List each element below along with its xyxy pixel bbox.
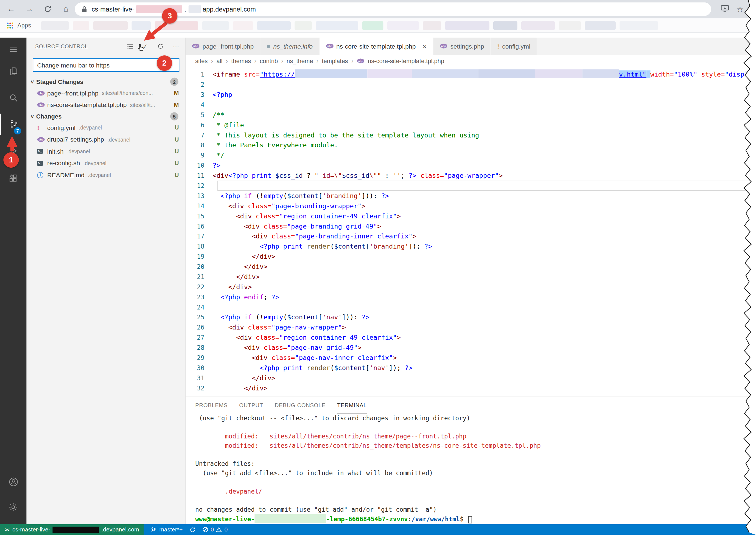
forward-button[interactable]: → [22,2,37,16]
code-line[interactable]: 19 </div> [186,252,756,262]
breadcrumb-item[interactable]: sites [195,58,208,65]
breadcrumb-item[interactable]: templates [322,58,348,65]
panel-tab-problems[interactable]: PROBLEMS [195,397,228,413]
scm-file-item[interactable]: phppage--front.tpl.phpsites/all/themes/c… [27,87,185,99]
panel-tab-output[interactable]: OUTPUT [239,397,263,413]
code-line[interactable]: 20 </div> [186,262,756,272]
commit-check-icon[interactable]: ✓ [141,42,150,51]
panel-tab-terminal[interactable]: TERMINAL [337,397,367,413]
code-editor[interactable]: 1<iframe src="https://v.html" width="100… [186,67,756,396]
sync-indicator[interactable] [189,526,196,533]
redacted-bookmark[interactable] [73,21,89,30]
account-icon[interactable] [0,471,27,493]
editor-tab[interactable]: !config.yml [491,38,537,55]
search-icon[interactable] [0,87,27,108]
problems-indicator[interactable]: 0 0 [202,526,228,533]
code-line[interactable]: 16 <div class="page-branding grid-49"> [186,221,756,231]
redacted-bookmark[interactable] [422,21,441,30]
panel-tab-debug-console[interactable]: DEBUG CONSOLE [275,397,326,413]
redacted-bookmark[interactable] [131,21,151,30]
code-line[interactable]: 14 <div class="page-branding-wrapper"> [186,201,756,211]
code-line[interactable]: 12 [186,181,756,191]
redacted-bookmark[interactable] [619,21,658,30]
scm-file-item[interactable]: iREADME.md.devpanelU [27,169,185,181]
redacted-bookmark[interactable] [559,21,581,30]
more-actions-icon[interactable]: ··· [172,42,180,51]
code-line[interactable]: 7 * This layout is designed to be the si… [186,130,756,140]
code-line[interactable]: 6 * @file [186,120,756,130]
terminal[interactable]: (use "git checkout -- <file>..." to disc… [186,413,756,523]
extensions-icon[interactable] [0,168,27,189]
breadcrumb-item[interactable]: contrib [260,58,278,65]
code-line[interactable]: 29 <div class="page-nav-inner clearfix"> [186,353,756,363]
redacted-bookmark[interactable] [362,21,383,30]
breadcrumb-item[interactable]: all [216,58,222,65]
code-line[interactable]: 9 */ [186,150,756,160]
redacted-bookmark[interactable] [202,21,229,30]
view-as-tree-icon[interactable] [126,42,134,51]
back-button[interactable]: ← [4,2,18,16]
redacted-bookmark[interactable] [41,21,69,30]
menu-icon[interactable] [0,39,27,60]
explorer-icon[interactable] [0,61,27,82]
settings-gear-icon[interactable] [0,496,27,518]
scm-section-header[interactable]: ˅Staged Changes2 [27,76,185,87]
editor-tab[interactable]: phppage--front.tpl.php [186,38,260,55]
code-line[interactable]: 24 [186,302,756,312]
redacted-bookmark[interactable] [387,21,419,30]
code-line[interactable]: 4 [186,100,756,110]
code-line[interactable]: 13 <?php if (!empty($content['branding']… [186,191,756,201]
editor-tab[interactable]: phpns-core-site-template.tpl.php× [320,38,433,55]
redacted-bookmark[interactable] [155,21,198,30]
redacted-bookmark[interactable] [93,21,127,30]
redacted-bookmark[interactable] [233,21,253,30]
breadcrumb-item[interactable]: ns-core-site-template.tpl.php [368,58,444,65]
code-line[interactable]: 10?> [186,160,756,171]
scm-file-item[interactable]: >_init.sh.devpanelU [27,145,185,157]
source-control-icon[interactable] [0,114,27,135]
code-line[interactable]: 23 <?php endif; ?> [186,292,756,302]
code-line[interactable]: 32 </div> [186,383,756,393]
apps-button[interactable]: Apps [7,22,31,29]
code-line[interactable]: 30 <?php print render($content['nav']); … [186,363,756,373]
code-line[interactable]: 28 <div class="page-nav grid-49"> [186,343,756,353]
code-line[interactable]: 18 <?php print render($content['branding… [186,241,756,252]
code-line[interactable]: 21 </div> [186,272,756,282]
code-line[interactable]: 27 <div class="region container-49 clear… [186,332,756,343]
redacted-bookmark[interactable] [493,21,517,30]
scm-section-header[interactable]: ˅Changes5 [27,111,185,122]
remote-indicator[interactable]: >< cs-master-live- .devpanel.com [0,524,144,535]
editor-tab[interactable]: ≡ns_theme.info [260,38,320,55]
home-button[interactable]: ⌂ [59,2,73,16]
close-tab-icon[interactable]: × [422,42,426,50]
code-line[interactable]: 17 <div class="page-branding-inner clear… [186,231,756,241]
scm-file-item[interactable]: phpns-core-site-template.tpl.phpsites/al… [27,99,185,111]
code-line[interactable]: 15 <div class="region container-49 clear… [186,211,756,221]
breadcrumb-item[interactable]: themes [231,58,251,65]
code-line[interactable]: 22 </div> [186,282,756,292]
redacted-bookmark[interactable] [585,21,616,30]
code-line[interactable]: 5/** [186,110,756,120]
code-line[interactable]: 31 </div> [186,373,756,383]
code-line[interactable]: 1<iframe src="https://v.html" width="100… [186,70,756,80]
editor-tab[interactable]: phpsettings.php [433,38,491,55]
redacted-bookmark[interactable] [521,21,555,30]
scm-file-item[interactable]: phpdrupal7-settings.php.devpanelU [27,134,185,145]
redacted-bookmark[interactable] [316,21,358,30]
code-line[interactable]: 11<div<?php print $css_id ? " id=\"$css_… [186,171,756,181]
breadcrumb-item[interactable]: ns_theme [287,58,313,65]
redacted-bookmark[interactable] [445,21,489,30]
refresh-icon[interactable] [156,42,165,51]
code-line[interactable]: 26 <div class="page-nav-wrapper"> [186,323,756,332]
code-line[interactable]: 8 * the Panels Everywhere module. [186,140,756,150]
bookmark-star-icon[interactable]: ☆ [737,5,743,14]
redacted-bookmark[interactable] [257,21,290,30]
branch-indicator[interactable]: master*+ [151,526,183,533]
send-to-device-icon[interactable] [721,5,729,14]
code-line[interactable]: 25 <?php if (!empty($content['nav'])): ?… [186,312,756,323]
code-line[interactable]: 3<?php [186,90,756,100]
code-line[interactable]: 2 [186,80,756,90]
redacted-bookmark[interactable] [294,21,311,30]
scm-file-item[interactable]: >_re-config.sh.devpanelU [27,157,185,169]
reload-button[interactable] [41,2,55,16]
